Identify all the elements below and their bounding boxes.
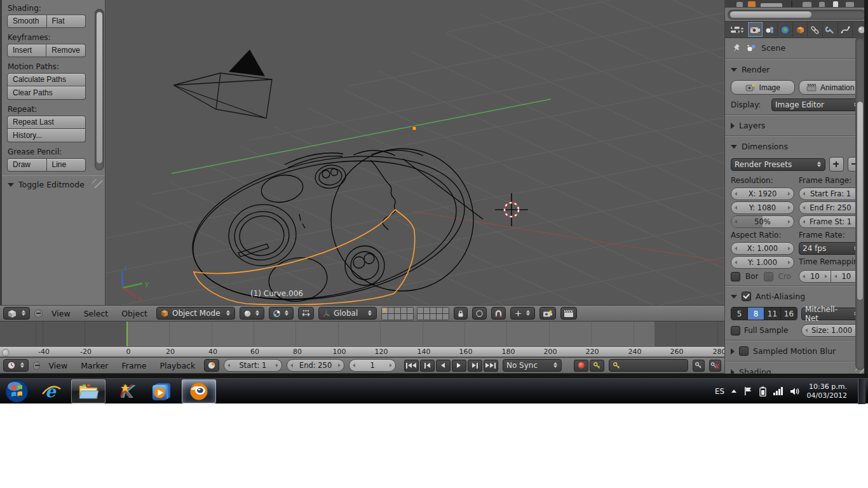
viewport-canvas[interactable]: z y x [105, 0, 724, 305]
tab-render[interactable] [748, 22, 763, 37]
repeat-last-button[interactable]: Repeat Last [7, 116, 86, 129]
frame-rate-dropdown[interactable]: 24 fps [799, 242, 862, 255]
render-image-button[interactable]: Image [731, 80, 795, 95]
opengl-render-animation-button[interactable] [560, 307, 577, 320]
frame-step-field[interactable]: Frame St: 1 [799, 215, 862, 228]
mode-dropdown[interactable]: Object Mode [156, 307, 235, 320]
viewport-3d[interactable]: z y x (1) Curve.006 [105, 0, 724, 305]
timeline-view-menu[interactable]: View [44, 361, 72, 370]
editor-type-button[interactable] [3, 307, 30, 320]
dimensions-panel-header[interactable]: Dimensions [725, 138, 868, 155]
anti-aliasing-checkbox[interactable] [742, 292, 751, 301]
hidden-icons-arrow-icon[interactable] [731, 390, 736, 393]
start-button[interactable] [1, 379, 32, 403]
tab-object[interactable] [793, 22, 808, 37]
flat-button[interactable]: Flat [47, 15, 86, 28]
remap-old-field[interactable]: 10 [799, 270, 831, 283]
layers-panel-header[interactable]: Layers [725, 117, 868, 134]
viewport-shading-dropdown[interactable] [240, 307, 264, 320]
border-checkbox[interactable] [731, 272, 740, 281]
add-preset-button[interactable] [829, 157, 844, 172]
history-button[interactable]: History... [7, 129, 86, 142]
aa-size-field[interactable]: Size: 1.000 [801, 324, 862, 337]
preview-range-button[interactable] [204, 359, 219, 372]
calculate-paths-button[interactable]: Calculate Paths [7, 73, 86, 86]
view-menu[interactable]: View [47, 309, 75, 318]
delete-keyframes-button[interactable] [709, 360, 721, 372]
record-autokey-button[interactable] [574, 360, 588, 372]
keying-set-field[interactable] [609, 359, 688, 372]
display-dropdown[interactable]: Image Editor [771, 98, 862, 111]
grease-line-button[interactable]: Line [47, 158, 86, 172]
pin-icon[interactable] [731, 43, 742, 53]
resolution-percent-slider[interactable]: 50% [731, 215, 794, 228]
battery-icon[interactable] [759, 386, 766, 396]
toolshelf-scrollbar-thumb[interactable] [96, 11, 103, 164]
timeline-frame-menu[interactable]: Frame [117, 361, 151, 370]
timeline-playback-menu[interactable]: Playback [155, 361, 200, 370]
network-signal-icon[interactable] [773, 387, 783, 395]
insert-keyframe-button[interactable]: Insert [7, 44, 46, 57]
start-frame-field[interactable]: Start: 1 [224, 359, 282, 372]
tab-constraints[interactable] [808, 22, 823, 37]
lock-to-scene-button[interactable] [454, 307, 468, 320]
frame-start-field[interactable]: Start Fra: 1 [799, 187, 862, 200]
render-animation-button[interactable]: Animation [799, 80, 863, 95]
opengl-render-image-button[interactable] [539, 307, 556, 320]
grease-draw-button[interactable]: Draw [7, 158, 47, 172]
tab-modifiers[interactable] [823, 22, 838, 37]
current-frame-line[interactable] [126, 322, 128, 346]
show-desktop-button[interactable] [858, 379, 865, 404]
motion-blur-checkbox[interactable] [739, 346, 749, 356]
aspect-y-field[interactable]: Y: 1.000 [731, 256, 794, 269]
taskbar-k-app[interactable]: K K [108, 379, 142, 403]
jump-to-start-button[interactable] [404, 360, 419, 372]
render-presets-dropdown[interactable]: Render Presets [731, 158, 825, 171]
timeline-editor-type-button[interactable] [3, 359, 29, 372]
autokey-mode-button[interactable] [590, 360, 604, 372]
object-menu[interactable]: Object [117, 309, 152, 318]
select-menu[interactable]: Select [79, 309, 113, 318]
taskbar-media-player[interactable] [145, 379, 179, 403]
breadcrumb-scene-label[interactable]: Scene [761, 43, 785, 53]
tab-object-data[interactable] [838, 22, 853, 37]
layers-group-1[interactable] [381, 307, 414, 320]
previous-keyframe-button[interactable] [420, 360, 435, 372]
language-indicator[interactable]: ES [715, 387, 724, 396]
transform-orientation-dropdown[interactable]: Global [318, 307, 377, 320]
layers-widget[interactable] [381, 307, 449, 320]
aspect-x-field[interactable]: X: 1.000 [731, 242, 794, 255]
aa-samples-16[interactable]: 16 [781, 308, 797, 320]
motion-blur-panel-header[interactable]: Sampled Motion Blur [725, 342, 868, 360]
clear-paths-button[interactable]: Clear Paths [7, 86, 86, 100]
camera-object[interactable] [173, 50, 272, 118]
resolution-x-field[interactable]: X: 1920 [731, 187, 794, 200]
timeline-collapse-menus-icon[interactable] [33, 362, 40, 370]
render-panel-header[interactable]: Render [725, 61, 868, 78]
layers-group-2[interactable] [417, 307, 449, 320]
snap-element-dropdown[interactable] [510, 307, 535, 320]
remove-keyframe-button[interactable]: Remove [46, 44, 86, 57]
action-center-flag-icon[interactable] [743, 386, 752, 396]
volume-icon[interactable] [790, 387, 800, 396]
selected-curve[interactable] [194, 210, 415, 305]
properties-hscrollbar-thumb[interactable] [729, 11, 812, 18]
smooth-button[interactable]: Smooth [7, 15, 47, 28]
manipulator-toggle-button[interactable] [298, 307, 314, 320]
collapse-menus-icon[interactable] [34, 309, 43, 318]
pivot-point-dropdown[interactable] [269, 307, 294, 320]
toggle-editmode-panel-header[interactable]: Toggle Editmode [2, 175, 105, 193]
curve-object[interactable] [180, 135, 483, 305]
aa-samples-11[interactable]: 11 [764, 308, 781, 320]
play-button[interactable] [452, 360, 466, 372]
snap-toggle-button[interactable] [491, 307, 506, 320]
layer-cell-active[interactable] [382, 308, 388, 313]
tab-world[interactable] [778, 22, 793, 37]
sync-dropdown[interactable]: No Sync [503, 359, 562, 372]
play-reverse-button[interactable] [436, 360, 451, 372]
jump-to-end-button[interactable] [484, 360, 498, 372]
tab-scene[interactable] [763, 22, 778, 37]
full-sample-checkbox[interactable] [731, 326, 740, 336]
properties-scrollbar[interactable] [855, 37, 865, 370]
timeline-ruler[interactable]: -40 -20 0 20 40 60 80 100 120 140 160 18… [0, 346, 724, 357]
